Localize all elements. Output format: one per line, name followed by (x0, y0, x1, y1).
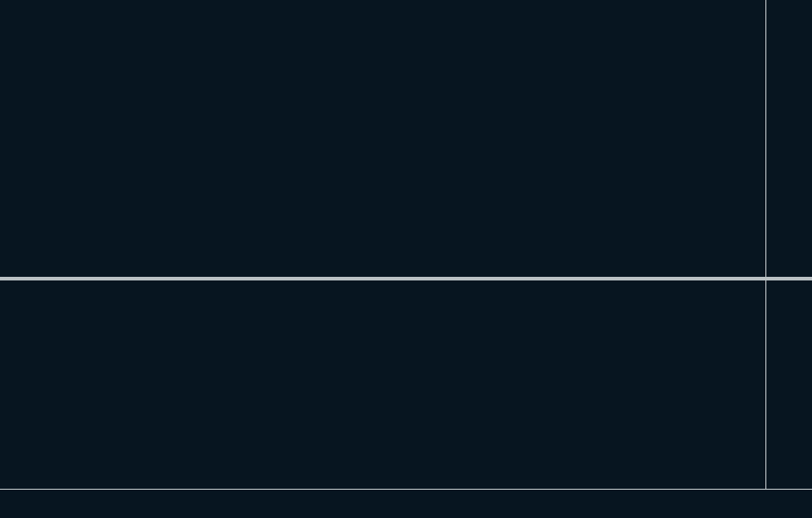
stoch-legend[interactable] (15, 282, 55, 289)
right-axis-line (765, 0, 766, 489)
series-marker-icon (9, 3, 21, 15)
stoch-plot-area[interactable] (0, 306, 765, 489)
price-dot-icon (48, 282, 55, 289)
chart-app (0, 0, 812, 518)
price-legend[interactable] (9, 3, 30, 15)
panel-separator[interactable] (0, 277, 812, 280)
stoch-line-swatch-icon (15, 284, 34, 287)
price-plot-area[interactable] (0, 0, 765, 276)
bottom-axis-line (0, 489, 812, 490)
